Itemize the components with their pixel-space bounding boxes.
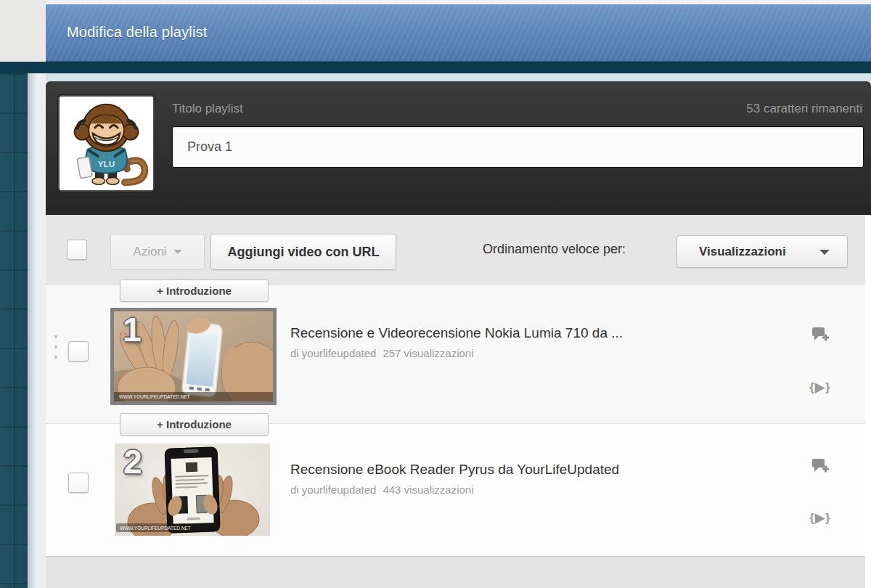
- video-row-2: + Introduzione: [46, 423, 865, 556]
- video-thumbnail-2[interactable]: WWW.YOURLIFEUPDATED.NET 2: [115, 444, 270, 536]
- comment-plus-icon: [811, 457, 830, 474]
- video-meta: di yourlifeupdated443 visualizzazioni: [290, 483, 474, 496]
- add-video-url-label: Aggiungi video con URL: [228, 245, 380, 260]
- video-author: di yourlifeupdated: [290, 483, 376, 496]
- dialog-title-bar: Modifica della playlist: [46, 4, 871, 62]
- quick-sort-label: Ordinamento veloce per:: [483, 242, 626, 257]
- annotations-button[interactable]: {▶}: [809, 508, 831, 527]
- embed-play-icon: {▶}: [809, 510, 830, 526]
- actions-dropdown-button[interactable]: Azioni: [110, 234, 205, 270]
- playlist-content: Azioni Aggiungi video con URL Ordinament…: [46, 215, 871, 588]
- add-note-button[interactable]: [809, 456, 831, 475]
- thumbnail-watermark: WWW.YOURLIFEUPDATED.NET: [120, 526, 191, 531]
- chevron-down-icon: [819, 250, 830, 255]
- annotations-button[interactable]: {▶}: [809, 377, 831, 396]
- video-views: 443 visualizzazioni: [383, 483, 473, 496]
- background-grid-line: [14, 73, 15, 588]
- chevron-down-icon: [173, 250, 182, 254]
- playlist-title-label: Titolo playlist: [172, 102, 243, 116]
- monkey-avatar-illustration: YLU: [60, 97, 153, 190]
- page-background-band: [0, 62, 871, 73]
- video-position-badge: 1: [123, 311, 142, 348]
- add-intro-label: + Introduzione: [157, 285, 232, 297]
- video-author: di yourlifeupdated: [290, 347, 376, 359]
- video-title[interactable]: Recensione eBook Reader Pyrus da YourLif…: [290, 462, 619, 478]
- video-meta: di yourlifeupdated257 visualizzazioni: [290, 347, 474, 359]
- playlist-header: YLU: [46, 81, 871, 215]
- add-video-url-button[interactable]: Aggiungi video con URL: [210, 234, 396, 270]
- select-all-checkbox[interactable]: [67, 240, 87, 260]
- quick-sort-dropdown[interactable]: Visualizzazioni: [676, 235, 848, 268]
- select-video-checkbox-2[interactable]: [68, 473, 89, 493]
- playlist-toolbar: Azioni Aggiungi video con URL Ordinament…: [46, 215, 865, 285]
- page: Modifica della playlist: [0, 0, 871, 588]
- dialog-footer: [46, 556, 865, 588]
- drag-handle-icon[interactable]: [54, 335, 57, 359]
- video-position-badge: 2: [123, 444, 142, 481]
- characters-remaining-counter: 53 caratteri rimanenti: [746, 102, 862, 116]
- add-intro-label: + Introduzione: [157, 418, 232, 430]
- playlist-avatar: YLU: [58, 95, 155, 192]
- video-title[interactable]: Recensione e Videorecensione Nokia Lumia…: [290, 325, 623, 341]
- top-left-spacer: [0, 0, 46, 62]
- select-video-checkbox-1[interactable]: [68, 341, 89, 362]
- page-edge-strip: [28, 73, 46, 588]
- actions-dropdown-label: Azioni: [133, 245, 166, 259]
- add-intro-button-1[interactable]: + Introduzione: [120, 279, 269, 302]
- edit-playlist-dialog: YLU: [46, 81, 871, 588]
- quick-sort-value: Visualizzazioni: [699, 245, 786, 259]
- add-note-button[interactable]: [809, 324, 831, 343]
- page-title: Modifica della playlist: [67, 24, 208, 41]
- dialog-top-strip: [46, 73, 871, 81]
- comment-plus-icon: [811, 325, 830, 343]
- playlist-title-input[interactable]: [172, 126, 864, 168]
- avatar-shirt-text: YLU: [98, 159, 115, 168]
- add-intro-button-2[interactable]: + Introduzione: [120, 413, 269, 436]
- embed-play-icon: {▶}: [809, 380, 830, 395]
- video-row-1: + Introduzione: [46, 285, 865, 423]
- thumbnail-watermark: WWW.YOURLIFEUPDATED.NET: [119, 394, 190, 399]
- page-background-left: [0, 73, 28, 588]
- video-thumbnail-1[interactable]: WWW.YOURLIFEUPDATED.NET 1: [110, 308, 277, 405]
- video-views: 257 visualizzazioni: [383, 347, 473, 359]
